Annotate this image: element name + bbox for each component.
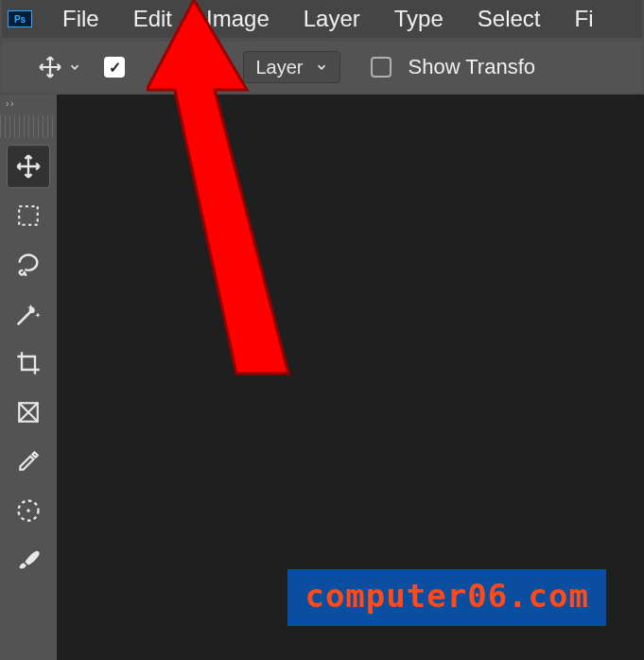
- menubar: Ps File Edit Image Layer Type Select Fi: [0, 0, 644, 40]
- wand-tool[interactable]: [7, 292, 50, 336]
- menu-layer[interactable]: Layer: [287, 6, 377, 32]
- auto-select-label: ect:: [200, 55, 234, 79]
- healing-brush-tool[interactable]: [7, 489, 50, 532]
- menu-image[interactable]: Image: [189, 6, 287, 32]
- ruler-stub: [0, 115, 57, 138]
- dropdown-value: Layer: [255, 57, 303, 78]
- show-transform-checkbox[interactable]: [371, 57, 392, 78]
- menu-edit[interactable]: Edit: [116, 6, 189, 32]
- lasso-icon: [15, 252, 42, 278]
- menu-file[interactable]: File: [45, 6, 116, 32]
- eyedropper-tool[interactable]: [7, 440, 50, 483]
- svg-rect-0: [19, 206, 38, 225]
- frame-icon: [16, 400, 41, 425]
- healing-brush-icon: [15, 497, 42, 524]
- photoshop-logo[interactable]: Ps: [8, 10, 32, 27]
- menu-select[interactable]: Select: [461, 6, 558, 32]
- brush-icon: [15, 547, 42, 573]
- lasso-tool[interactable]: [7, 243, 50, 287]
- options-bar: ✓ ect: Layer Show Transfo: [0, 40, 644, 95]
- svg-point-4: [26, 509, 30, 512]
- move-icon: [15, 153, 42, 180]
- move-tool[interactable]: [7, 145, 50, 188]
- auto-select-dropdown[interactable]: Layer: [243, 51, 339, 83]
- expand-panel-icon[interactable]: ››: [0, 98, 16, 115]
- watermark-text: computer06.com: [305, 577, 589, 615]
- menu-type[interactable]: Type: [377, 6, 461, 32]
- eyedropper-icon: [16, 449, 41, 474]
- crop-tool[interactable]: [7, 341, 50, 385]
- auto-select-checkbox[interactable]: ✓: [104, 57, 125, 78]
- wand-icon: [14, 300, 43, 328]
- tools-panel: ››: [0, 95, 57, 660]
- marquee-tool[interactable]: [7, 194, 50, 237]
- marquee-icon: [16, 203, 41, 228]
- chevron-down-icon: [315, 61, 328, 74]
- menu-filter[interactable]: Fi: [558, 6, 611, 32]
- frame-tool[interactable]: [7, 391, 50, 434]
- crop-icon: [15, 350, 42, 376]
- watermark-badge: computer06.com: [287, 569, 606, 626]
- tool-preset-picker[interactable]: [38, 55, 81, 79]
- brush-tool[interactable]: [7, 538, 50, 582]
- show-transform-label: Show Transfo: [409, 55, 536, 79]
- chevron-down-icon: [68, 61, 81, 74]
- move-icon: [38, 55, 62, 79]
